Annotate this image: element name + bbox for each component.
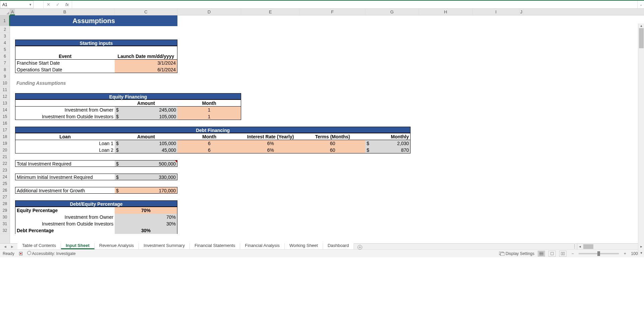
display-settings-button[interactable]: Display Settings <box>499 251 534 256</box>
row-header-1[interactable]: 1 <box>0 15 10 26</box>
tab-nav-next-icon[interactable]: ► <box>10 245 14 249</box>
row-header-7[interactable]: 7 <box>0 60 10 66</box>
row-header-32[interactable]: 32 <box>0 227 10 234</box>
value-loan1-month[interactable]: 6 <box>177 140 241 147</box>
scroll-left-arrow-icon[interactable]: ◄ <box>577 244 583 250</box>
value-total-investment[interactable]: $500,000 <box>115 160 177 167</box>
row-headers: 1234567891011121314151617181920212223242… <box>0 15 10 243</box>
value-operations-start[interactable]: 6/1/2024 <box>115 66 177 73</box>
row-header-9[interactable]: 9 <box>0 73 10 80</box>
tab-split-handle[interactable]: ⋮ <box>572 244 577 249</box>
column-header-C[interactable]: C <box>115 9 177 15</box>
expand-formula-bar-button[interactable]: ⌄ <box>637 1 644 8</box>
scroll-up-arrow-icon[interactable]: ▲ <box>638 23 644 28</box>
value-loan1-terms[interactable]: 60 <box>300 140 365 147</box>
name-box-dropdown-icon[interactable]: ▼ <box>29 3 32 6</box>
row-header-15[interactable]: 15 <box>0 113 10 120</box>
row-header-21[interactable]: 21 <box>0 153 10 160</box>
zoom-slider-knob[interactable] <box>597 251 600 256</box>
row-header-8[interactable]: 8 <box>0 66 10 73</box>
row-header-19[interactable]: 19 <box>0 140 10 147</box>
column-header-J[interactable]: J <box>520 9 523 15</box>
row-header-3[interactable]: 3 <box>0 33 10 40</box>
row-header-14[interactable]: 14 <box>0 107 10 113</box>
row-header-6[interactable]: 6 <box>0 53 10 60</box>
normal-view-button[interactable] <box>538 251 545 257</box>
tab-nav-buttons[interactable]: ◄ ► <box>0 244 17 249</box>
row-header-17[interactable]: 17 <box>0 127 10 133</box>
insert-function-button[interactable]: fx <box>62 1 72 8</box>
column-header-F[interactable]: F <box>300 9 365 15</box>
row-header-22[interactable]: 22 <box>0 160 10 167</box>
row-header-29[interactable]: 29 <box>0 207 10 214</box>
value-equity-pct[interactable]: 70% <box>115 207 177 214</box>
tab-nav-prev-icon[interactable]: ◄ <box>3 245 7 249</box>
row-header-10[interactable]: 10 <box>0 80 10 86</box>
page-icon <box>550 252 554 255</box>
zoom-in-button[interactable]: + <box>622 251 628 256</box>
row-header-13[interactable]: 13 <box>0 100 10 107</box>
column-headers: ABCDEFGHIJ <box>0 9 644 15</box>
row-header-12[interactable]: 12 <box>0 93 10 100</box>
scroll-right-arrow-icon[interactable]: ► <box>639 244 644 250</box>
row-header-23[interactable]: 23 <box>0 167 10 174</box>
name-box[interactable]: A1 ▼ <box>0 1 34 8</box>
vertical-scroll-thumb[interactable] <box>639 28 644 48</box>
cells-grid[interactable]: Assumptions Starting inputs Event Launch… <box>10 15 644 243</box>
row-header-16[interactable]: 16 <box>0 120 10 127</box>
accessibility-status[interactable]: Accessibility: Investigate <box>27 251 76 256</box>
row-header-28[interactable]: 28 <box>0 200 10 207</box>
zoom-out-button[interactable]: − <box>570 251 575 256</box>
select-all-corner[interactable] <box>0 9 10 15</box>
row-header-20[interactable]: 20 <box>0 147 10 153</box>
column-header-H[interactable]: H <box>419 9 473 15</box>
value-outside-month[interactable]: 1 <box>177 113 241 120</box>
macro-record-icon[interactable] <box>19 252 22 255</box>
new-sheet-button[interactable] <box>354 244 366 249</box>
value-owner-month[interactable]: 1 <box>177 107 241 113</box>
horizontal-scroll-thumb[interactable] <box>583 244 593 249</box>
value-additional-investment[interactable]: $170,000 <box>115 187 177 194</box>
section-header-debt-equity: Debt/Equity Percentage <box>15 200 177 207</box>
cancel-formula-button[interactable]: ✕ <box>44 1 53 8</box>
value-loan1-amount[interactable]: $105,000 <box>115 140 177 147</box>
column-header-D[interactable]: D <box>177 9 241 15</box>
zoom-slider[interactable] <box>579 253 619 254</box>
label-loan-2: Loan 2 <box>15 147 115 153</box>
column-header-B[interactable]: B <box>15 9 115 15</box>
column-header-G[interactable]: G <box>365 9 419 15</box>
value-loan2-terms[interactable]: 60 <box>300 147 365 153</box>
column-header-A[interactable]: A <box>10 9 15 15</box>
row-header-18[interactable]: 18 <box>0 133 10 140</box>
col-header-loan: Loan <box>15 133 115 140</box>
row-header-11[interactable]: 11 <box>0 86 10 93</box>
scroll-down-arrow-icon[interactable]: ▼ <box>638 251 644 255</box>
column-header-I[interactable]: I <box>473 9 520 15</box>
page-layout-view-button[interactable] <box>548 251 556 257</box>
page-break-view-button[interactable] <box>559 251 567 257</box>
row-header-25[interactable]: 25 <box>0 180 10 187</box>
value-loan1-rate[interactable]: 6% <box>241 140 300 147</box>
formula-input[interactable] <box>72 1 637 8</box>
column-header-E[interactable]: E <box>241 9 300 15</box>
row-header-30[interactable]: 30 <box>0 214 10 220</box>
row-header-26[interactable]: 26 <box>0 187 10 194</box>
enter-formula-button[interactable]: ✓ <box>53 1 62 8</box>
value-min-investment: $330,000 <box>115 174 177 180</box>
value-outside-amount[interactable]: $105,000 <box>115 113 177 120</box>
row-header-31[interactable]: 31 <box>0 220 10 227</box>
row-header-2[interactable]: 2 <box>0 26 10 33</box>
status-ready: Ready <box>3 251 14 256</box>
value-loan2-rate[interactable]: 6% <box>241 147 300 153</box>
vertical-scrollbar[interactable]: ▲ ▼ <box>638 23 644 255</box>
value-loan2-amount[interactable]: $45,000 <box>115 147 177 153</box>
row-header-27[interactable]: 27 <box>0 194 10 200</box>
horizontal-scrollbar[interactable]: ◄ ► <box>577 244 644 249</box>
value-owner-amount[interactable]: $245,000 <box>115 107 177 113</box>
row-header-5[interactable]: 5 <box>0 46 10 53</box>
row-header-24[interactable]: 24 <box>0 174 10 180</box>
page-title: Assumptions <box>10 15 177 26</box>
value-loan2-month[interactable]: 6 <box>177 147 241 153</box>
row-header-4[interactable]: 4 <box>0 40 10 46</box>
value-franchise-start[interactable]: 3/1/2024 <box>115 60 177 66</box>
